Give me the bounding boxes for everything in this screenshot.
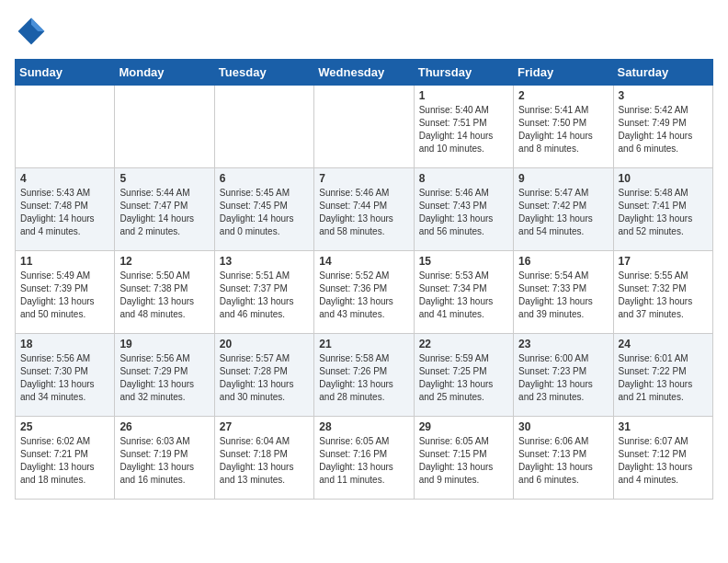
day-info: Sunrise: 6:03 AM Sunset: 7:19 PM Dayligh…	[119, 435, 209, 487]
day-cell: 15Sunrise: 5:53 AM Sunset: 7:34 PM Dayli…	[414, 251, 513, 334]
day-info: Sunrise: 5:57 AM Sunset: 7:28 PM Dayligh…	[220, 352, 309, 404]
day-number: 6	[220, 172, 309, 185]
day-cell: 3Sunrise: 5:42 AM Sunset: 7:49 PM Daylig…	[613, 86, 712, 168]
day-info: Sunrise: 6:05 AM Sunset: 7:16 PM Dayligh…	[319, 435, 408, 487]
day-number: 21	[319, 338, 408, 350]
day-number: 16	[518, 255, 608, 268]
day-number: 26	[119, 420, 209, 433]
day-number: 19	[119, 338, 209, 350]
day-number: 28	[319, 420, 408, 433]
week-row-1: 1Sunrise: 5:40 AM Sunset: 7:51 PM Daylig…	[16, 86, 713, 168]
day-info: Sunrise: 5:59 AM Sunset: 7:25 PM Dayligh…	[419, 352, 508, 404]
day-cell: 12Sunrise: 5:50 AM Sunset: 7:38 PM Dayli…	[115, 251, 214, 334]
day-number: 9	[518, 172, 608, 185]
page-header	[15, 15, 713, 48]
day-number: 7	[319, 172, 408, 185]
day-cell: 1Sunrise: 5:40 AM Sunset: 7:51 PM Daylig…	[414, 86, 513, 168]
week-row-3: 11Sunrise: 5:49 AM Sunset: 7:39 PM Dayli…	[16, 251, 713, 334]
day-number: 3	[619, 89, 708, 102]
day-number: 10	[619, 172, 708, 185]
day-cell: 10Sunrise: 5:48 AM Sunset: 7:41 PM Dayli…	[613, 168, 712, 251]
day-number: 12	[119, 255, 209, 268]
day-info: Sunrise: 6:00 AM Sunset: 7:23 PM Dayligh…	[518, 352, 608, 404]
week-row-2: 4Sunrise: 5:43 AM Sunset: 7:48 PM Daylig…	[16, 168, 713, 251]
day-number: 31	[619, 420, 708, 433]
day-cell: 22Sunrise: 5:59 AM Sunset: 7:25 PM Dayli…	[414, 334, 513, 417]
day-info: Sunrise: 5:40 AM Sunset: 7:51 PM Dayligh…	[419, 104, 508, 155]
day-cell: 21Sunrise: 5:58 AM Sunset: 7:26 PM Dayli…	[314, 334, 414, 417]
header-sunday: Sunday	[16, 60, 115, 86]
day-info: Sunrise: 5:53 AM Sunset: 7:34 PM Dayligh…	[419, 270, 508, 321]
day-info: Sunrise: 5:43 AM Sunset: 7:48 PM Dayligh…	[20, 187, 109, 238]
day-cell: 5Sunrise: 5:44 AM Sunset: 7:47 PM Daylig…	[115, 168, 214, 251]
day-info: Sunrise: 6:05 AM Sunset: 7:15 PM Dayligh…	[419, 435, 508, 487]
day-number: 30	[518, 420, 608, 433]
day-info: Sunrise: 5:45 AM Sunset: 7:45 PM Dayligh…	[220, 187, 309, 238]
day-cell	[115, 86, 214, 168]
day-number: 22	[419, 338, 508, 350]
day-number: 11	[20, 255, 109, 268]
day-cell: 31Sunrise: 6:07 AM Sunset: 7:12 PM Dayli…	[613, 417, 712, 500]
day-cell	[314, 86, 414, 168]
day-cell: 30Sunrise: 6:06 AM Sunset: 7:13 PM Dayli…	[514, 417, 613, 500]
day-info: Sunrise: 5:44 AM Sunset: 7:47 PM Dayligh…	[119, 187, 209, 238]
day-cell: 7Sunrise: 5:46 AM Sunset: 7:44 PM Daylig…	[314, 168, 414, 251]
day-number: 1	[419, 89, 508, 102]
day-info: Sunrise: 6:06 AM Sunset: 7:13 PM Dayligh…	[518, 435, 608, 487]
day-cell	[16, 86, 115, 168]
day-cell: 20Sunrise: 5:57 AM Sunset: 7:28 PM Dayli…	[214, 334, 313, 417]
day-info: Sunrise: 5:41 AM Sunset: 7:50 PM Dayligh…	[518, 104, 608, 155]
day-info: Sunrise: 5:50 AM Sunset: 7:38 PM Dayligh…	[119, 270, 209, 321]
header-thursday: Thursday	[414, 60, 513, 86]
day-number: 17	[619, 255, 708, 268]
day-number: 20	[220, 338, 309, 350]
header-saturday: Saturday	[613, 60, 712, 86]
day-cell: 9Sunrise: 5:47 AM Sunset: 7:42 PM Daylig…	[514, 168, 613, 251]
day-cell: 25Sunrise: 6:02 AM Sunset: 7:21 PM Dayli…	[16, 417, 115, 500]
day-number: 13	[220, 255, 309, 268]
day-info: Sunrise: 5:54 AM Sunset: 7:33 PM Dayligh…	[518, 270, 608, 321]
day-info: Sunrise: 5:55 AM Sunset: 7:32 PM Dayligh…	[619, 270, 708, 321]
day-info: Sunrise: 5:51 AM Sunset: 7:37 PM Dayligh…	[220, 270, 309, 321]
calendar-table: SundayMondayTuesdayWednesdayThursdayFrid…	[15, 59, 713, 500]
day-number: 29	[419, 420, 508, 433]
day-cell: 24Sunrise: 6:01 AM Sunset: 7:22 PM Dayli…	[613, 334, 712, 417]
day-number: 5	[119, 172, 209, 185]
day-info: Sunrise: 5:47 AM Sunset: 7:42 PM Dayligh…	[518, 187, 608, 238]
day-cell: 27Sunrise: 6:04 AM Sunset: 7:18 PM Dayli…	[214, 417, 313, 500]
day-info: Sunrise: 6:01 AM Sunset: 7:22 PM Dayligh…	[619, 352, 708, 404]
day-info: Sunrise: 5:46 AM Sunset: 7:44 PM Dayligh…	[319, 187, 408, 238]
day-info: Sunrise: 5:56 AM Sunset: 7:29 PM Dayligh…	[119, 352, 209, 404]
day-cell: 4Sunrise: 5:43 AM Sunset: 7:48 PM Daylig…	[16, 168, 115, 251]
day-cell: 11Sunrise: 5:49 AM Sunset: 7:39 PM Dayli…	[16, 251, 115, 334]
day-number: 15	[419, 255, 508, 268]
day-cell: 28Sunrise: 6:05 AM Sunset: 7:16 PM Dayli…	[314, 417, 414, 500]
day-cell: 17Sunrise: 5:55 AM Sunset: 7:32 PM Dayli…	[613, 251, 712, 334]
day-cell: 16Sunrise: 5:54 AM Sunset: 7:33 PM Dayli…	[514, 251, 613, 334]
day-info: Sunrise: 5:49 AM Sunset: 7:39 PM Dayligh…	[20, 270, 109, 321]
day-info: Sunrise: 5:58 AM Sunset: 7:26 PM Dayligh…	[319, 352, 408, 404]
header-monday: Monday	[115, 60, 214, 86]
day-cell: 13Sunrise: 5:51 AM Sunset: 7:37 PM Dayli…	[214, 251, 313, 334]
day-cell: 8Sunrise: 5:46 AM Sunset: 7:43 PM Daylig…	[414, 168, 513, 251]
day-number: 18	[20, 338, 109, 350]
week-row-5: 25Sunrise: 6:02 AM Sunset: 7:21 PM Dayli…	[16, 417, 713, 500]
day-number: 2	[518, 89, 608, 102]
day-cell: 6Sunrise: 5:45 AM Sunset: 7:45 PM Daylig…	[214, 168, 313, 251]
day-info: Sunrise: 5:46 AM Sunset: 7:43 PM Dayligh…	[419, 187, 508, 238]
header-tuesday: Tuesday	[214, 60, 313, 86]
header-wednesday: Wednesday	[314, 60, 414, 86]
day-cell	[214, 86, 313, 168]
day-number: 4	[20, 172, 109, 185]
day-number: 24	[619, 338, 708, 350]
day-info: Sunrise: 6:04 AM Sunset: 7:18 PM Dayligh…	[220, 435, 309, 487]
day-cell: 29Sunrise: 6:05 AM Sunset: 7:15 PM Dayli…	[414, 417, 513, 500]
day-number: 27	[220, 420, 309, 433]
day-info: Sunrise: 5:42 AM Sunset: 7:49 PM Dayligh…	[619, 104, 708, 155]
header-row: SundayMondayTuesdayWednesdayThursdayFrid…	[16, 60, 713, 86]
day-cell: 23Sunrise: 6:00 AM Sunset: 7:23 PM Dayli…	[514, 334, 613, 417]
logo-icon	[15, 15, 48, 48]
day-cell: 18Sunrise: 5:56 AM Sunset: 7:30 PM Dayli…	[16, 334, 115, 417]
logo	[15, 15, 51, 48]
day-number: 14	[319, 255, 408, 268]
